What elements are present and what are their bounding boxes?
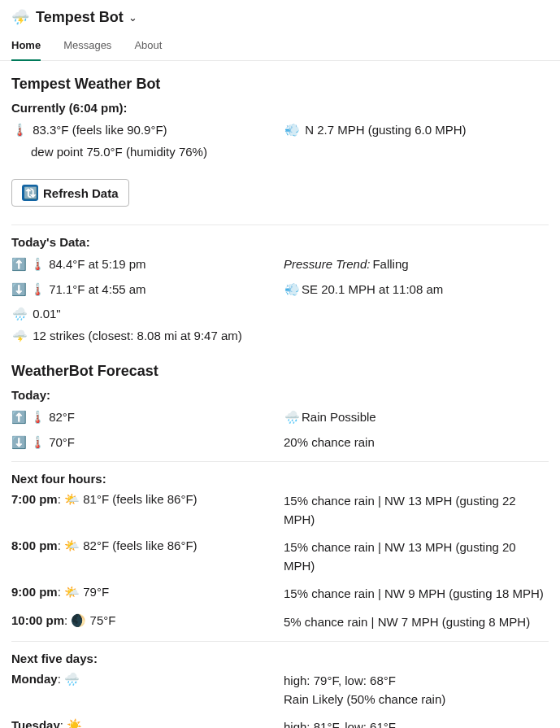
hourly-time: 10:00 pm [11,613,64,627]
currently-label: Currently (6:04 pm): [11,101,549,115]
pressure-label: Pressure Trend: [284,255,370,274]
rain-icon: 🌧️ [11,305,28,324]
app-title[interactable]: Tempest Bot [36,9,124,26]
current-wind-line: 💨 N 2.7 MPH (gusting 6.0 MPH) [284,121,467,140]
hourly-temp: 75°F [90,613,116,627]
today-rain-text: 0.01" [33,307,61,320]
daily-row: Monday: 🌧️high: 79°F, low: 68°FRain Like… [11,672,549,708]
hourly-temp: 81°F (feels like 86°F) [83,492,197,506]
daily-highlow: high: 81°F, low: 61°F [284,718,549,728]
daily-right: high: 79°F, low: 68°FRain Likely (50% ch… [284,672,549,708]
today-high-text: 84.4°F at 5:19 pm [49,255,145,274]
pressure-line: Pressure Trend: Falling [284,255,549,274]
tab-home[interactable]: Home [11,33,41,61]
app-header: ⛈️ Tempest Bot ⌄ [0,0,560,33]
divider [11,641,549,642]
hourly-right: 15% chance rain | NW 13 MPH (gusting 20 … [284,538,549,575]
today-low-line: ⬇️ 🌡️ 71.1°F at 4:55 am [11,281,284,299]
refresh-button[interactable]: 🔃 Refresh Data [11,179,129,207]
hourly-left: 10:00 pm: 🌒 75°F [11,613,284,632]
daily-left: Tuesday: ☀️ [11,718,284,728]
hourly-weather-icon: 🌤️ [64,585,80,599]
app-icon: ⛈️ [11,8,29,26]
forecast-low-text: 70°F [49,434,75,452]
refresh-icon: 🔃 [22,185,38,201]
forecast-chance-line: 20% chance rain [284,434,549,452]
forecast-low-line: ⬇️ 🌡️ 70°F [11,434,284,452]
hourly-time: 7:00 pm [11,492,58,506]
hourly-left: 9:00 pm: 🌤️ 79°F [11,585,284,604]
today-wind-text: SE 20.1 MPH at 11:08 am [302,281,443,299]
hourly-temp: 82°F (feels like 86°F) [83,538,197,552]
daily-weather-icon: 🌧️ [64,672,80,686]
wind-icon: 💨 [284,121,300,140]
daily-right: high: 81°F, low: 61°FClear (10% chance r… [284,718,549,728]
today-low-text: 71.1°F at 4:55 am [49,281,145,299]
forecast-high-text: 82°F [49,408,75,427]
wind-icon: 💨 [284,281,300,299]
low-icons: ⬇️ 🌡️ [11,281,46,299]
hourly-temp: 79°F [83,585,109,599]
current-dew-text: dew point 75.0°F (humidity 76%) [31,145,207,159]
hourly-row: 10:00 pm: 🌒 75°F5% chance rain | NW 7 MP… [11,613,549,632]
divider [11,225,549,225]
current-temp-text: 83.3°F (feels like 90.9°F) [33,123,167,137]
high-icons: ⬆️ 🌡️ [11,408,46,427]
hourly-weather-icon: 🌤️ [64,492,80,506]
refresh-button-label: Refresh Data [43,186,119,200]
hourly-left: 7:00 pm: 🌤️ 81°F (feels like 86°F) [11,492,284,529]
pressure-value: Falling [372,255,408,274]
forecast-high-line: ⬆️ 🌡️ 82°F [11,408,284,427]
tab-about[interactable]: About [134,33,162,61]
hourly-row: 7:00 pm: 🌤️ 81°F (feels like 86°F)15% ch… [11,492,549,529]
daily-row: Tuesday: ☀️high: 81°F, low: 61°FClear (1… [11,718,549,728]
forecast-today-label: Today: [11,388,549,402]
hourly-right: 15% chance rain | NW 13 MPH (gusting 22 … [284,492,549,529]
hourly-weather-icon: 🌤️ [64,538,80,552]
hourly-left: 8:00 pm: 🌤️ 82°F (feels like 86°F) [11,538,284,575]
hourly-right: 5% chance rain | NW 7 MPH (gusting 8 MPH… [284,613,549,632]
daily-name: Monday [11,672,58,686]
weather-title: Tempest Weather Bot [11,76,549,93]
tab-messages[interactable]: Messages [63,33,111,61]
low-icons: ⬇️ 🌡️ [11,434,46,452]
hourly-row: 8:00 pm: 🌤️ 82°F (feels like 86°F)15% ch… [11,538,549,575]
forecast-title: WeatherBot Forecast [11,363,549,380]
current-wind-text: N 2.7 MPH (gusting 6.0 MPH) [305,123,466,137]
content-area: Tempest Weather Bot Currently (6:04 pm):… [0,61,560,728]
daily-highlow: high: 79°F, low: 68°F [284,672,549,691]
today-strike-text: 12 strikes (closest: 8.08 mi at 9:47 am) [33,329,242,342]
hourly-row: 9:00 pm: 🌤️ 79°F15% chance rain | NW 9 M… [11,585,549,604]
thermometer-icon: 🌡️ [11,121,28,140]
next-days-label: Next five days: [11,652,549,665]
high-icons: ⬆️ 🌡️ [11,255,46,274]
today-rain-line: 🌧️ 0.01" [11,305,549,324]
forecast-chance-text: 20% chance rain [284,434,375,452]
divider [11,461,549,462]
hourly-time: 8:00 pm [11,538,58,552]
daily-weather-icon: ☀️ [67,718,82,728]
forecast-cond-text: Rain Possible [302,408,376,427]
current-temp-line: 🌡️ 83.3°F (feels like 90.9°F) [11,121,207,140]
rain-icon: 🌧️ [284,408,300,427]
forecast-cond-line: 🌧️ Rain Possible [284,408,549,427]
hourly-right: 15% chance rain | NW 9 MPH (gusting 18 M… [284,585,549,604]
hourly-weather-icon: 🌒 [71,613,86,627]
daily-cond: Rain Likely (50% chance rain) [284,691,549,709]
hourly-time: 9:00 pm [11,585,58,599]
today-strike-line: 🌩️ 12 strikes (closest: 8.08 mi at 9:47 … [11,327,549,346]
daily-name: Tuesday [11,718,60,728]
tab-bar: Home Messages About [0,33,560,61]
chevron-down-icon[interactable]: ⌄ [128,11,137,24]
today-wind-line: 💨 SE 20.1 MPH at 11:08 am [284,281,549,299]
current-dew-line: dew point 75.0°F (humidity 76%) [11,143,207,162]
today-high-line: ⬆️ 🌡️ 84.4°F at 5:19 pm [11,255,284,274]
next-hours-label: Next four hours: [11,472,549,486]
todays-data-label: Today's Data: [11,235,549,249]
lightning-icon: 🌩️ [11,327,28,346]
daily-left: Monday: 🌧️ [11,672,284,708]
